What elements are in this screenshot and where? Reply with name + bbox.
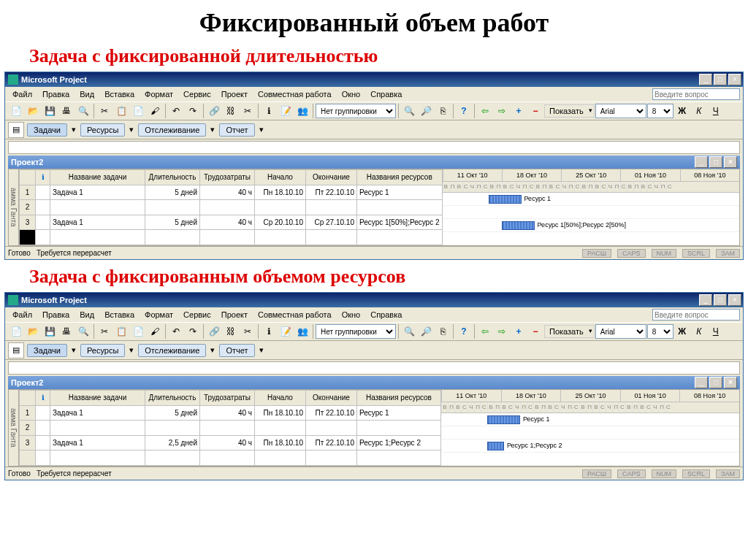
goto-icon[interactable]: ⎘	[435, 103, 451, 119]
gantt-view-icon[interactable]: ▤	[8, 342, 24, 358]
menu-insert[interactable]: Вставка	[100, 309, 139, 321]
gantt-chart[interactable]: 11 Окт '1018 Окт '1025 Окт '1001 Ноя '10…	[441, 390, 739, 466]
notes-icon[interactable]: 📝	[278, 103, 294, 119]
resources-button[interactable]: Ресурсы	[80, 123, 125, 137]
arrow-left-icon[interactable]: ⇦	[477, 103, 493, 119]
report-button[interactable]: Отчет	[219, 344, 254, 357]
assign-icon[interactable]: 👥	[294, 103, 310, 119]
maximize-button[interactable]: □	[714, 74, 727, 85]
menu-file[interactable]: Файл	[8, 88, 37, 100]
save-icon[interactable]: 💾	[42, 323, 58, 340]
format-painter-icon[interactable]: 🖌	[147, 103, 163, 119]
task-grid[interactable]: ℹ Название задачи Длительность Трудозатр…	[19, 390, 441, 466]
help-search-input[interactable]	[652, 309, 740, 321]
open-icon[interactable]: 📂	[25, 103, 41, 119]
col-finish[interactable]: Окончание	[306, 170, 357, 185]
minimize-button[interactable]: _	[699, 294, 712, 306]
menu-service[interactable]: Сервис	[179, 309, 215, 321]
col-resources[interactable]: Названия ресурсов	[357, 170, 443, 185]
menu-project[interactable]: Проект	[217, 309, 252, 321]
plus-icon[interactable]: +	[511, 103, 527, 119]
copy-icon[interactable]: 📋	[113, 323, 129, 340]
new-icon[interactable]: 📄	[8, 323, 24, 340]
col-start[interactable]: Начало	[255, 170, 306, 185]
doc-close-button[interactable]: ×	[724, 156, 737, 168]
help-icon[interactable]: ?	[456, 103, 472, 119]
italic-icon[interactable]: К	[691, 103, 707, 119]
doc-close-button[interactable]: ×	[724, 377, 737, 388]
help-icon[interactable]: ?	[456, 323, 472, 340]
minus-icon[interactable]: −	[527, 323, 543, 340]
doc-minimize-button[interactable]: _	[695, 156, 708, 168]
cut-icon[interactable]: ✂	[96, 323, 112, 340]
gantt-view-icon[interactable]: ▤	[8, 122, 24, 138]
size-combo[interactable]: 8	[647, 324, 673, 339]
redo-icon[interactable]: ↷	[185, 103, 201, 119]
link-icon[interactable]: 🔗	[206, 103, 222, 119]
col-name[interactable]: Название задачи	[50, 170, 145, 185]
formula-bar[interactable]	[8, 141, 740, 154]
gantt-bar[interactable]	[487, 415, 520, 424]
col-work[interactable]: Трудозатраты	[200, 170, 255, 185]
notes-icon[interactable]: 📝	[278, 323, 294, 340]
preview-icon[interactable]: 🔍	[75, 323, 91, 340]
copy-icon[interactable]: 📋	[113, 103, 129, 119]
format-painter-icon[interactable]: 🖌	[147, 323, 163, 340]
unlink-icon[interactable]: ⛓	[223, 323, 239, 340]
minus-icon[interactable]: −	[527, 103, 543, 119]
menu-view[interactable]: Вид	[75, 309, 99, 321]
cut-icon[interactable]: ✂	[96, 103, 112, 119]
unlink-icon[interactable]: ⛓	[223, 103, 239, 119]
size-combo[interactable]: 8	[647, 104, 673, 118]
underline-icon[interactable]: Ч	[708, 323, 724, 340]
col-resources[interactable]: Названия ресурсов	[357, 391, 441, 406]
col-info[interactable]: ℹ	[36, 170, 50, 185]
underline-icon[interactable]: Ч	[708, 103, 724, 119]
goto-icon[interactable]: ⎘	[435, 323, 451, 340]
arrow-right-icon[interactable]: ⇨	[494, 323, 510, 340]
minimize-button[interactable]: _	[699, 74, 712, 85]
print-icon[interactable]: 🖶	[58, 323, 75, 340]
col-start[interactable]: Начало	[255, 391, 306, 406]
menu-format[interactable]: Формат	[140, 309, 178, 321]
zoom-icon[interactable]: 🔍	[401, 103, 417, 119]
arrow-left-icon[interactable]: ⇦	[477, 323, 493, 340]
paste-icon[interactable]: 📄	[130, 323, 146, 340]
info-icon[interactable]: ℹ	[261, 103, 277, 119]
bold-icon[interactable]: Ж	[674, 103, 690, 119]
col-duration[interactable]: Длительность	[145, 170, 200, 185]
col-work[interactable]: Трудозатраты	[200, 391, 255, 406]
tracking-button[interactable]: Отслеживание	[138, 123, 206, 137]
gantt-bar[interactable]	[487, 442, 504, 450]
col-name[interactable]: Название задачи	[50, 391, 145, 406]
col-info[interactable]: ℹ	[36, 391, 50, 406]
assign-icon[interactable]: 👥	[294, 323, 310, 340]
show-dropdown[interactable]: Показать	[544, 325, 595, 338]
formula-bar[interactable]	[8, 361, 740, 375]
open-icon[interactable]: 📂	[25, 323, 41, 340]
save-icon[interactable]: 💾	[42, 103, 58, 119]
split-icon[interactable]: ✂	[240, 103, 256, 119]
report-button[interactable]: Отчет	[219, 123, 254, 137]
preview-icon[interactable]: 🔍	[75, 103, 91, 119]
menu-format[interactable]: Формат	[140, 88, 178, 100]
menu-help[interactable]: Справка	[366, 309, 406, 321]
resources-button[interactable]: Ресурсы	[80, 344, 125, 357]
close-button[interactable]: ×	[728, 294, 741, 306]
bold-icon[interactable]: Ж	[674, 323, 690, 340]
zoom-out-icon[interactable]: 🔎	[418, 103, 434, 119]
redo-icon[interactable]: ↷	[185, 323, 201, 340]
task-grid[interactable]: ℹ Название задачи Длительность Трудозатр…	[19, 169, 443, 245]
menu-project[interactable]: Проект	[217, 88, 252, 100]
zoom-icon[interactable]: 🔍	[401, 323, 417, 340]
gantt-chart[interactable]: 11 Окт '1018 Окт '1025 Окт '1001 Ноя '10…	[443, 169, 739, 245]
menu-window[interactable]: Окно	[337, 309, 365, 321]
undo-icon[interactable]: ↶	[168, 323, 184, 340]
font-combo[interactable]: Arial	[595, 324, 646, 339]
gantt-bar[interactable]	[502, 221, 535, 230]
col-duration[interactable]: Длительность	[145, 391, 200, 406]
view-strip[interactable]: амма Ганта	[9, 169, 19, 245]
menu-window[interactable]: Окно	[337, 88, 365, 100]
group-combo[interactable]: Нет группировки	[316, 104, 396, 118]
split-icon[interactable]: ✂	[240, 323, 256, 340]
